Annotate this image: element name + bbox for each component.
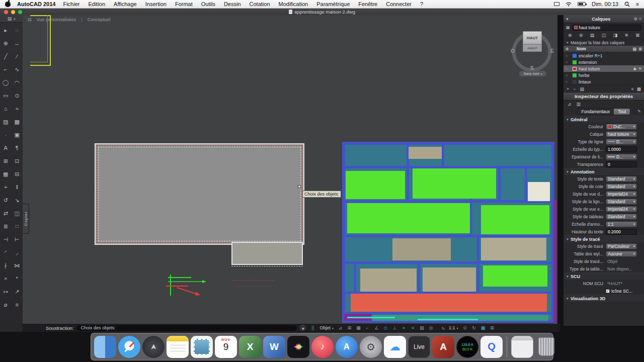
menu-clock[interactable]: Dim. 00:13 — [592, 1, 618, 7]
leader-tool[interactable]: ↗ — [12, 285, 23, 298]
layer-state-icons[interactable]: ◉ ☀ — [633, 67, 642, 71]
trash-dock-icon[interactable] — [535, 336, 557, 358]
small-rectangle[interactable] — [231, 242, 303, 265]
viewcube-east[interactable]: E — [550, 48, 554, 54]
pan-tool[interactable]: ↔ — [12, 37, 23, 50]
select-objects-icon[interactable]: ⊿ — [568, 102, 572, 107]
menu-item[interactable]: Fichier — [63, 1, 79, 7]
section-scu[interactable]: ▼SCU — [564, 273, 644, 280]
transparency-icon[interactable]: ▨ — [418, 325, 426, 331]
polar-tracking-icon[interactable]: ∠ — [373, 325, 380, 331]
layer-list-header[interactable]: ◉ Nom ▤ ⊞ — [564, 46, 644, 52]
hide-layer-list-toggle[interactable]: ▼ Masquer la liste des calques — [564, 39, 644, 46]
layer-visibility-icon[interactable]: ○ — [566, 54, 571, 57]
quicktime-dock-icon[interactable]: Q — [480, 336, 503, 358]
transparency-input[interactable]: 0 — [606, 161, 637, 167]
layer-visibility-icon[interactable]: ○ — [566, 80, 571, 83]
ellipse-tool[interactable]: ⊙ — [12, 89, 23, 102]
section-plot-style[interactable]: ▼Style de tracé — [564, 235, 644, 242]
extend-tool[interactable]: ⊢ — [12, 233, 23, 246]
section-annotation[interactable]: ▼Annotation — [564, 168, 644, 175]
grid-mode-icon[interactable]: ⣿ — [309, 325, 316, 330]
layer-color-swatch[interactable] — [573, 80, 577, 84]
properties-panel-header[interactable]: Inspecteur des propriétés — [564, 93, 644, 101]
xref-tool[interactable]: ⊟ — [12, 167, 23, 180]
dimension-tool[interactable]: ↦ — [0, 285, 12, 298]
measure-tool[interactable]: ⌀ — [0, 298, 12, 311]
table-style-dropdown[interactable]: Standard ▾ — [606, 214, 637, 220]
layer-color-swatch[interactable] — [573, 67, 577, 71]
offset-tool[interactable]: ≣ — [0, 220, 12, 233]
sparkle-app-dock-icon[interactable]: ✦ — [287, 336, 309, 358]
linetype-scale-input[interactable]: 1.0000 — [606, 146, 637, 152]
stretch-tool[interactable]: ⇄ — [0, 207, 12, 220]
grid-icon[interactable]: ▦ — [355, 325, 362, 331]
dim-style-dropdown[interactable]: Standard ▾ — [606, 184, 637, 190]
menu-item[interactable]: Insertion — [145, 1, 167, 7]
grid-view-icon[interactable]: ▦ — [636, 86, 641, 92]
viewcube[interactable]: O E S HAUT AVANT Sans nom▾ — [509, 26, 557, 78]
text-style-dropdown[interactable]: Standard ▾ — [606, 176, 637, 182]
autocad-dock-icon[interactable]: A — [432, 336, 454, 358]
app-menu-title[interactable]: AutoCAD 2014 — [17, 1, 55, 7]
detail-view-style-dropdown[interactable]: Imperial24 ▾ — [606, 191, 637, 197]
object-snap-tracking-icon[interactable]: ⊥ — [391, 325, 398, 331]
lineweight-display-icon[interactable]: ≡ — [409, 325, 417, 331]
fillet-tool[interactable]: ◜ — [0, 246, 12, 259]
menu-item[interactable]: Edition — [88, 1, 105, 7]
section-view-style-dropdown[interactable]: Imperial24 ▾ — [606, 206, 637, 212]
column-grid-icon[interactable]: ⊞ — [638, 47, 642, 51]
column-options-icon[interactable]: ▤ — [633, 47, 637, 51]
display-menu-icon[interactable] — [554, 2, 559, 6]
polyline-tool[interactable]: ⌐ — [0, 63, 12, 76]
layer-state-icon[interactable]: ▤ — [590, 33, 595, 38]
plot-style-attached-value[interactable]: Objet — [606, 258, 637, 264]
launchpad-dock-icon[interactable]: ➤ — [142, 336, 165, 358]
menu-item[interactable]: Dessin — [224, 1, 241, 7]
menu-item[interactable]: Paramétrique — [316, 1, 350, 7]
plot-style-table-dropdown[interactable]: Aucune ▾ — [606, 251, 637, 257]
command-input[interactable]: Choix des objets: — [76, 325, 297, 331]
hatch-tool[interactable]: ▨ — [0, 115, 12, 128]
calendar-dock-icon[interactable]: NOV 9 — [215, 336, 237, 358]
copy-tool[interactable]: ‖ — [12, 180, 23, 194]
network-monitor-dock-icon[interactable]: 128.8 K 60.0 K — [456, 336, 478, 358]
finder-window-dock-icon[interactable] — [511, 336, 533, 358]
scale-tool[interactable]: ↘ — [12, 194, 23, 207]
zoom-window-button[interactable] — [18, 10, 22, 14]
layer-row[interactable]: ○ escalier R+1 — [564, 52, 644, 59]
snap-icon[interactable]: ⊞ — [346, 325, 353, 331]
icloud-dock-icon[interactable]: ☁ — [384, 336, 406, 358]
add-layer-icon[interactable]: + — [567, 86, 569, 92]
annotation-scale-control[interactable]: ⊾ 1:1 ▾ — [440, 325, 458, 330]
insert-block-tool[interactable]: ⊡ — [12, 154, 23, 167]
tab-fondamentaux[interactable]: Fondamentaux — [578, 109, 614, 115]
floor-plan-drawing[interactable] — [342, 142, 554, 323]
object-snap-icon[interactable]: ◇ — [382, 325, 389, 331]
text-height-input[interactable]: 0.2000 — [606, 229, 637, 235]
new-layer-vp-icon[interactable]: ⊛ — [579, 33, 583, 38]
infer-constraints-icon[interactable]: ⊿ — [337, 325, 344, 331]
spotlight-icon[interactable] — [624, 2, 630, 7]
mtext-tool[interactable]: ¶ — [12, 141, 23, 154]
menu-item[interactable]: Outils — [201, 1, 215, 7]
layer-row[interactable]: ○ extension — [564, 59, 644, 65]
command-options-button[interactable]: ◉ — [300, 325, 306, 331]
layer-color-swatch[interactable] — [573, 54, 577, 58]
layer-row[interactable]: ○ lintaux — [564, 78, 644, 85]
leader-style-dropdown[interactable]: Standard ▾ — [606, 199, 637, 205]
current-layer-field[interactable]: haut toiture — [572, 25, 641, 31]
properties-tool[interactable]: ≡ — [12, 298, 23, 311]
arc-tool[interactable]: ◠ — [12, 76, 23, 89]
point-tool[interactable]: ∙ — [0, 128, 12, 141]
zoom-tool[interactable]: ⊕ — [0, 37, 12, 50]
create-block-tool[interactable]: ▦ — [0, 167, 12, 180]
finder-dock-icon[interactable] — [94, 336, 116, 358]
viewcube-west[interactable]: O — [511, 48, 515, 54]
ucs-icon-checkbox[interactable]: ✓ Icône SC... — [606, 288, 637, 294]
spline-tool[interactable]: ≈ — [12, 102, 23, 115]
layer-color-swatch[interactable] — [573, 60, 577, 64]
stamps-dock-icon[interactable] — [191, 336, 213, 358]
construction-line-tool[interactable]: ∕ — [12, 50, 23, 63]
list-view-icon[interactable]: ≡ — [631, 86, 633, 92]
